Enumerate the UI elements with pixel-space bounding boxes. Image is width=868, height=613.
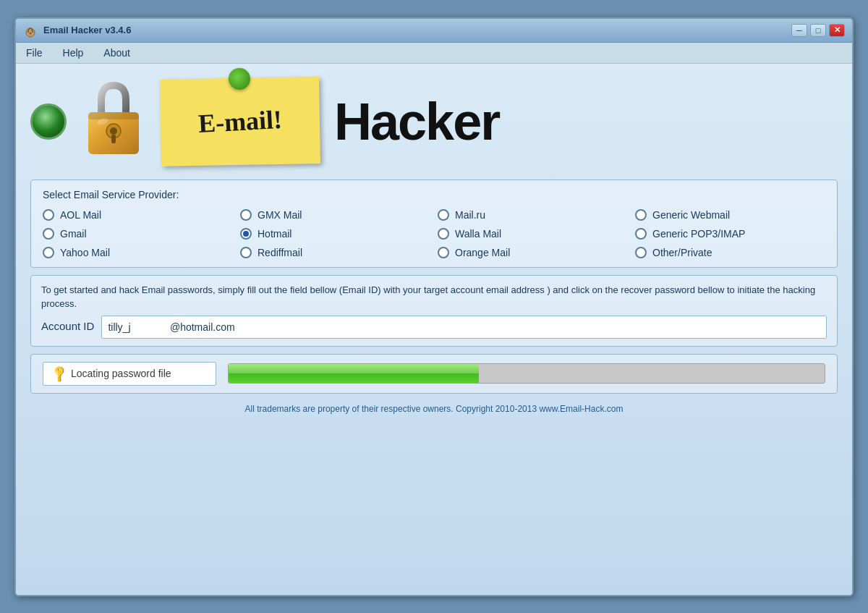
radio-label-other: Other/Private	[652, 247, 712, 258]
radio-label-gmail: Gmail	[60, 228, 87, 240]
close-button[interactable]: ✕	[829, 24, 845, 37]
radio-circle-hotmail	[240, 228, 252, 240]
account-label: Account ID	[41, 318, 94, 335]
radio-label-walla: Walla Mail	[455, 228, 501, 240]
progress-bar-fill	[229, 364, 479, 383]
radio-label-orange: Orange Mail	[455, 247, 510, 258]
radio-mailru[interactable]: Mail.ru	[438, 209, 628, 221]
radio-yahoo[interactable]: Yahoo Mail	[43, 247, 233, 258]
radio-grid: AOL Mail GMX Mail Mail.ru Generic Webmai…	[43, 209, 825, 258]
svg-point-5	[110, 127, 117, 135]
radio-circle-gmail	[43, 228, 54, 240]
provider-label: Select Email Service Provider:	[43, 189, 825, 200]
svg-rect-6	[111, 135, 116, 143]
radio-circle-aol	[43, 209, 54, 221]
menu-bar: File Help About	[16, 43, 852, 64]
app-hacker-title: Hacker	[334, 92, 499, 151]
radio-label-generic-pop3: Generic POP3/IMAP	[652, 228, 745, 240]
radio-other[interactable]: Other/Private	[635, 247, 825, 258]
radio-circle-walla	[438, 228, 449, 240]
app-icon	[23, 23, 38, 38]
radio-circle-generic-pop3	[635, 228, 647, 240]
radio-orange[interactable]: Orange Mail	[438, 247, 628, 258]
radio-label-rediff: Rediffmail	[258, 247, 302, 258]
radio-label-generic-web: Generic Webmail	[652, 209, 730, 221]
radio-gmail[interactable]: Gmail	[43, 228, 233, 240]
radio-label-yahoo: Yahoo Mail	[60, 247, 110, 258]
progress-bar-container	[228, 363, 825, 384]
title-bar: Email Hacker v3.4.6 ─ □ ✕	[16, 19, 852, 43]
svg-point-1	[30, 32, 32, 34]
app-window: Email Hacker v3.4.6 ─ □ ✕ File Help Abou…	[14, 17, 854, 596]
padlock-icon	[81, 82, 146, 161]
radio-rediff[interactable]: Rediffmail	[240, 247, 430, 258]
radio-label-gmx: GMX Mail	[258, 209, 302, 221]
status-text: Locating password file	[71, 368, 171, 379]
provider-panel: Select Email Service Provider: AOL Mail …	[30, 179, 838, 268]
radio-label-aol: AOL Mail	[60, 209, 101, 221]
content-area: E-mail! Hacker Select Email Service Prov…	[16, 64, 852, 595]
radio-gmx[interactable]: GMX Mail	[240, 209, 430, 221]
menu-about[interactable]: About	[101, 46, 133, 60]
radio-label-mailru: Mail.ru	[455, 209, 485, 221]
footer-text: All trademarks are property of their res…	[30, 401, 838, 417]
menu-file[interactable]: File	[23, 46, 46, 60]
email-note-text: E-mail!	[197, 103, 283, 138]
email-note: E-mail!	[160, 77, 320, 166]
radio-label-hotmail: Hotmail	[258, 228, 292, 240]
radio-aol[interactable]: AOL Mail	[43, 209, 233, 221]
radio-circle-yahoo	[43, 247, 54, 258]
window-title: Email Hacker v3.4.6	[43, 25, 131, 35]
maximize-button[interactable]: □	[810, 24, 826, 37]
radio-circle-rediff	[240, 247, 252, 258]
account-input[interactable]	[101, 316, 827, 339]
minimize-button[interactable]: ─	[791, 24, 807, 37]
info-text: To get started and hack Email passwords,…	[41, 283, 827, 311]
menu-help[interactable]: Help	[60, 46, 87, 60]
radio-circle-other	[635, 247, 647, 258]
radio-circle-orange	[438, 247, 449, 258]
radio-circle-generic-web	[635, 209, 647, 221]
radio-generic-pop3[interactable]: Generic POP3/IMAP	[635, 228, 825, 240]
radio-circle-gmx	[240, 209, 252, 221]
info-panel: To get started and hack Email passwords,…	[30, 275, 838, 347]
account-row: Account ID	[41, 316, 827, 339]
status-box: 🔑 Locating password file	[43, 362, 216, 386]
key-icon: 🔑	[49, 363, 69, 384]
radio-walla[interactable]: Walla Mail	[438, 228, 628, 240]
title-bar-left: Email Hacker v3.4.6	[23, 23, 131, 38]
progress-section: 🔑 Locating password file	[30, 354, 838, 394]
header-section: E-mail! Hacker	[30, 71, 838, 172]
spinner-icon	[30, 103, 67, 140]
radio-hotmail[interactable]: Hotmail	[240, 228, 430, 240]
title-bar-buttons: ─ □ ✕	[791, 24, 845, 37]
radio-generic-web[interactable]: Generic Webmail	[635, 209, 825, 221]
radio-circle-mailru	[438, 209, 449, 221]
svg-rect-3	[88, 112, 139, 119]
